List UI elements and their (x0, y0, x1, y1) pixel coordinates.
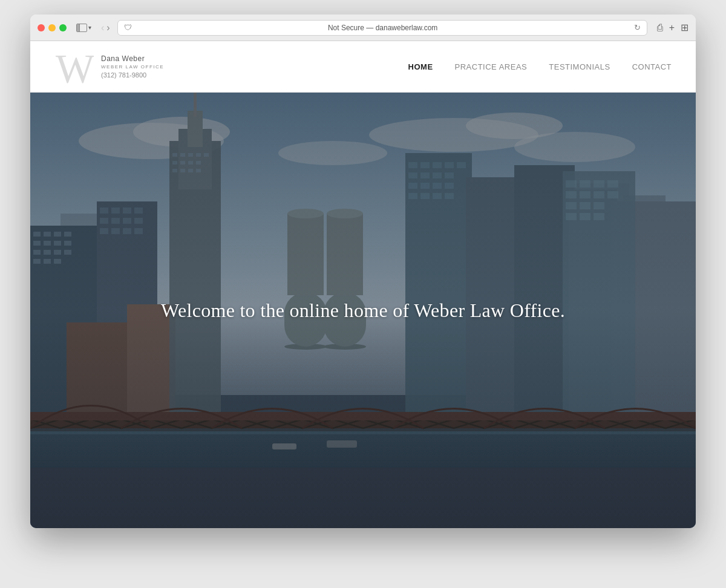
nav-arrows: ‹ › (101, 23, 110, 33)
site-nav: HOME PRACTICE AREAS TESTIMONIALS CONTACT (408, 62, 672, 71)
shield-icon: 🛡 (124, 23, 132, 32)
hero-headline: Welcome to the online home of Weber Law … (161, 299, 565, 322)
browser-actions: ⎙ + ⊞ (657, 22, 688, 33)
new-tab-icon[interactable]: + (669, 22, 675, 33)
chevron-down-icon: ▾ (88, 24, 91, 31)
forward-button[interactable]: › (106, 23, 110, 33)
dot-close[interactable] (38, 24, 45, 31)
browser-window: ▾ ‹ › 🛡 Not Secure — danaweberlaw.com ↻ … (30, 15, 696, 528)
hero-section: Welcome to the online home of Weber Law … (30, 93, 696, 528)
reload-icon[interactable]: ↻ (634, 23, 641, 32)
browser-chrome: ▾ ‹ › 🛡 Not Secure — danaweberlaw.com ↻ … (30, 15, 696, 41)
grid-icon[interactable]: ⊞ (681, 22, 688, 33)
hero-content: Welcome to the online home of Weber Law … (30, 93, 696, 528)
logo-phone: (312) 781-9800 (101, 71, 164, 79)
sidebar-toggle[interactable]: ▾ (76, 24, 91, 32)
logo-area[interactable]: W Dana Weber WEBER LAW OFFICE (312) 781-… (54, 47, 164, 87)
address-text: Not Secure — danaweberlaw.com (136, 24, 630, 32)
back-button[interactable]: ‹ (101, 23, 104, 33)
share-icon[interactable]: ⎙ (657, 22, 663, 33)
svg-text:W: W (56, 47, 94, 87)
address-bar[interactable]: 🛡 Not Secure — danaweberlaw.com ↻ (117, 20, 647, 36)
logo-text: Dana Weber WEBER LAW OFFICE (312) 781-98… (101, 54, 164, 79)
nav-contact[interactable]: CONTACT (632, 62, 672, 71)
nav-testimonials[interactable]: TESTIMONIALS (549, 62, 610, 71)
nav-home[interactable]: HOME (408, 62, 433, 71)
website: W Dana Weber WEBER LAW OFFICE (312) 781-… (30, 41, 696, 528)
browser-dots (38, 24, 67, 31)
dot-minimize[interactable] (48, 24, 56, 31)
logo-w-mark: W (54, 47, 94, 87)
dot-maximize[interactable] (59, 24, 67, 31)
logo-subtitle: WEBER LAW OFFICE (101, 64, 164, 70)
logo-name: Dana Weber (101, 54, 164, 63)
nav-practice-areas[interactable]: PRACTICE AREAS (455, 62, 528, 71)
site-header: W Dana Weber WEBER LAW OFFICE (312) 781-… (30, 41, 696, 93)
sidebar-icon (76, 24, 87, 32)
